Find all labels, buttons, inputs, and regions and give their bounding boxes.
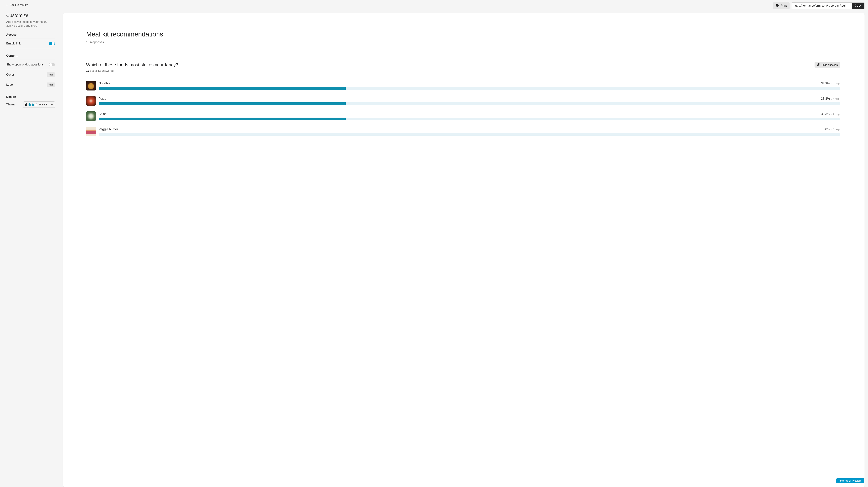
print-button[interactable]: Print — [773, 2, 789, 9]
answer-label: Veggie burger — [99, 127, 118, 131]
enable-link-toggle[interactable] — [49, 42, 55, 45]
chevron-down-icon — [51, 104, 53, 105]
question-title: Which of these foods most strikes your f… — [86, 62, 178, 67]
option-logo: Logo Add — [6, 80, 55, 90]
chevron-left-icon — [6, 4, 8, 6]
option-cover: Cover Add — [6, 70, 55, 80]
answer-label: Pizza — [99, 97, 106, 100]
answer-label: Salad — [99, 112, 106, 116]
answer-body: Veggie burger0.0% / 0 resp. — [99, 127, 840, 135]
bar-fill — [99, 118, 346, 120]
answer-thumbnail — [86, 111, 96, 121]
hide-question-button[interactable]: Hide question — [814, 62, 840, 67]
open-ended-label: Show open-ended questions — [6, 63, 44, 66]
svg-rect-0 — [776, 4, 778, 5]
back-label: Back to results — [10, 3, 28, 7]
copy-button[interactable]: Copy — [852, 3, 864, 9]
print-icon — [776, 4, 779, 8]
logo-add-button[interactable]: Add — [47, 83, 55, 87]
cover-add-button[interactable]: Add — [47, 72, 55, 77]
answer-row: Noodles33.3% / 4 resp. — [86, 81, 840, 90]
logo-label: Logo — [6, 83, 13, 87]
main: Print Copy Meal kit recommendations 13 r… — [61, 0, 868, 487]
cover-label: Cover — [6, 73, 14, 77]
answer-body: Salad33.3% / 4 resp. — [99, 112, 840, 120]
answer-pct: 33.3% — [821, 82, 830, 85]
answers-list: Noodles33.3% / 4 resp.Pizza33.3% / 4 res… — [86, 81, 840, 136]
section-design-title: Design — [6, 95, 55, 99]
eye-off-icon — [817, 63, 820, 66]
answer-stats: 33.3% / 4 resp. — [821, 82, 840, 85]
bar-track — [99, 118, 840, 120]
report-title: Meal kit recommendations — [86, 31, 840, 38]
answer-resp: / 4 resp. — [831, 82, 840, 85]
theme-swatches — [25, 103, 37, 106]
report-card: Meal kit recommendations 13 responses Wh… — [63, 13, 865, 487]
customize-title: Customize — [6, 13, 55, 18]
answer-pct: 33.3% — [821, 112, 830, 116]
answer-stats: 33.3% / 4 resp. — [821, 97, 840, 100]
toolbar: Print Copy — [63, 2, 865, 9]
enable-link-label: Enable link — [6, 42, 21, 45]
option-enable-link: Enable link — [6, 39, 55, 49]
section-access-title: Access — [6, 33, 55, 39]
answer-thumbnail — [86, 127, 96, 136]
theme-select[interactable]: Plain B — [23, 101, 55, 108]
answer-thumbnail — [86, 96, 96, 106]
drop-icon — [35, 103, 37, 106]
back-link[interactable]: Back to results — [6, 3, 28, 7]
answer-stats: 0.0% / 0 resp. — [823, 127, 840, 131]
theme-selected-name: Plain B — [39, 103, 50, 106]
question-answered-rest: out of 13 answered — [89, 69, 114, 72]
theme-label: Theme — [6, 103, 16, 106]
drop-icon — [28, 103, 31, 106]
answer-stats: 33.3% / 4 resp. — [821, 112, 840, 116]
share-url-box: Copy — [791, 2, 865, 9]
open-ended-toggle[interactable] — [49, 63, 55, 66]
report-responses: 13 responses — [86, 40, 840, 44]
bar-track — [99, 133, 840, 135]
bar-fill — [99, 102, 346, 105]
answer-row: Pizza33.3% / 4 resp. — [86, 96, 840, 106]
bar-fill — [99, 87, 346, 90]
option-theme: Theme Plain B — [6, 99, 55, 108]
bar-track — [99, 87, 840, 90]
question-answered-count: 12 — [86, 69, 89, 72]
print-label: Print — [781, 4, 787, 7]
share-url-input[interactable] — [792, 3, 852, 9]
answer-label: Noodles — [99, 82, 110, 85]
powered-by-badge[interactable]: Powered by Typeform — [836, 478, 864, 483]
drop-icon — [32, 103, 34, 106]
bar-track — [99, 102, 840, 105]
answer-resp: / 4 resp. — [831, 97, 840, 100]
answer-pct: 0.0% — [823, 127, 830, 131]
answer-body: Pizza33.3% / 4 resp. — [99, 97, 840, 105]
answer-row: Veggie burger0.0% / 0 resp. — [86, 127, 840, 136]
customize-subtitle: Add a cover image to your report, apply … — [6, 20, 55, 28]
section-content-title: Content — [6, 54, 55, 60]
answer-resp: / 4 resp. — [831, 113, 840, 116]
answer-row: Salad33.3% / 4 resp. — [86, 111, 840, 121]
drop-icon — [25, 103, 27, 106]
divider — [86, 54, 840, 54]
hide-question-label: Hide question — [822, 63, 838, 66]
answer-body: Noodles33.3% / 4 resp. — [99, 82, 840, 90]
option-open-ended: Show open-ended questions — [6, 60, 55, 70]
answer-thumbnail — [86, 81, 96, 90]
answer-pct: 33.3% — [821, 97, 830, 100]
question-answered: 12 out of 13 answered — [86, 69, 840, 72]
sidebar: Back to results Customize Add a cover im… — [0, 0, 61, 487]
answer-resp: / 0 resp. — [831, 128, 840, 131]
question-header: Which of these foods most strikes your f… — [86, 62, 840, 67]
svg-rect-2 — [776, 6, 778, 7]
